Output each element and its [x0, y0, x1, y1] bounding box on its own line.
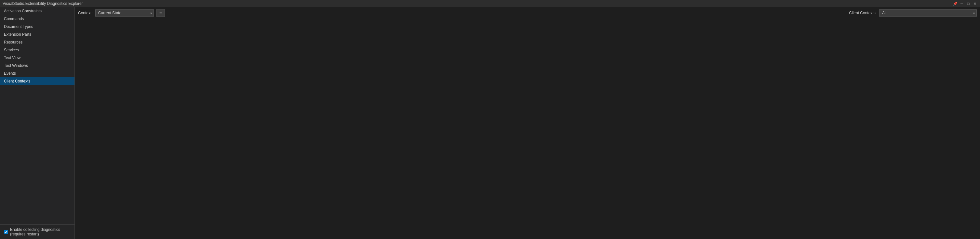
sidebar-item-extension-parts[interactable]: Extension Parts	[0, 30, 75, 38]
minimize-button[interactable]: ─	[959, 1, 964, 6]
diagnostics-checkbox[interactable]	[4, 230, 8, 234]
window-controls: 📌 ─ □ ✕	[953, 1, 977, 6]
maximize-button[interactable]: □	[966, 1, 971, 6]
context-dropdown[interactable]: Current StateSnapshot	[95, 9, 154, 17]
toolbar: Context: Current StateSnapshot ▾ ≡ Clien…	[75, 7, 980, 19]
window-title: VisualStudio.Extensibility Diagnostics E…	[3, 1, 83, 6]
client-contexts-dropdown[interactable]: All	[879, 9, 977, 17]
client-contexts-label: Client Contexts:	[849, 11, 877, 15]
sidebar-item-commands[interactable]: Commands	[0, 15, 75, 23]
pin-button[interactable]: 📌	[953, 1, 958, 6]
sidebar-item-document-types[interactable]: Document Types	[0, 23, 75, 30]
sidebar-item-text-view[interactable]: Text View	[0, 54, 75, 62]
sidebar-item-resources[interactable]: Resources	[0, 38, 75, 46]
sidebar-item-tool-windows[interactable]: Tool Windows	[0, 62, 75, 70]
client-contexts-dropdown-wrapper: All ▾	[879, 9, 977, 17]
sidebar-item-activation-constraints[interactable]: Activation Constraints	[0, 7, 75, 15]
sidebar-item-services[interactable]: Services	[0, 46, 75, 54]
diagnostics-checkbox-text: Enable collecting diagnostics (requires …	[10, 227, 71, 236]
sidebar: Activation ConstraintsCommandsDocument T…	[0, 7, 75, 239]
filter-button[interactable]: ≡	[156, 9, 165, 17]
main-layout: Activation ConstraintsCommandsDocument T…	[0, 7, 980, 239]
close-button[interactable]: ✕	[972, 1, 977, 6]
title-bar: VisualStudio.Extensibility Diagnostics E…	[0, 0, 980, 7]
table-container	[75, 19, 980, 239]
sidebar-item-events[interactable]: Events	[0, 70, 75, 77]
diagnostics-checkbox-label[interactable]: Enable collecting diagnostics (requires …	[4, 227, 71, 236]
context-dropdown-wrapper: Current StateSnapshot ▾	[95, 9, 154, 17]
context-label: Context:	[78, 11, 93, 15]
sidebar-items: Activation ConstraintsCommandsDocument T…	[0, 7, 75, 85]
sidebar-footer: Enable collecting diagnostics (requires …	[0, 225, 75, 239]
sidebar-item-client-contexts[interactable]: Client Contexts	[0, 77, 75, 85]
filter-icon: ≡	[159, 10, 162, 16]
content-area: Context: Current StateSnapshot ▾ ≡ Clien…	[75, 7, 980, 239]
